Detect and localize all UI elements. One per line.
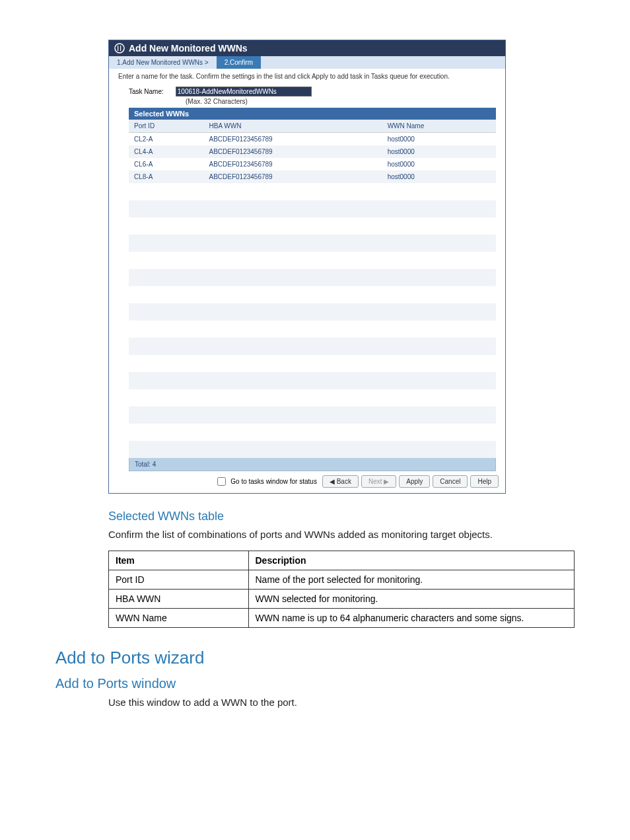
svg-rect-2 <box>120 46 121 51</box>
table-row <box>129 269 496 286</box>
go-to-tasks-label: Go to tasks window for status <box>230 478 317 485</box>
table-row <box>129 252 496 269</box>
table-row <box>129 355 496 372</box>
help-button[interactable]: Help <box>470 475 499 488</box>
task-name-hint: (Max. 32 Characters) <box>109 98 505 105</box>
table-row <box>129 200 496 217</box>
table-row <box>129 441 496 458</box>
table-row[interactable]: CL8-AABCDEF0123456789host0000 <box>129 171 496 183</box>
body-add-to-ports: Use this window to add a WWN to the port… <box>108 697 575 708</box>
table-row <box>129 389 496 406</box>
table-row[interactable]: CL2-AABCDEF0123456789host0000 <box>129 133 496 146</box>
svg-point-0 <box>115 44 124 53</box>
table-row <box>129 235 496 252</box>
table-row[interactable]: CL4-AABCDEF0123456789host0000 <box>129 145 496 158</box>
col-hba-wwn[interactable]: HBA WWN <box>203 120 382 133</box>
dialog-instructions: Enter a name for the task. Confirm the s… <box>109 69 505 84</box>
cancel-button[interactable]: Cancel <box>433 475 468 488</box>
dialog-button-bar: Go to tasks window for status ◀ Back Nex… <box>109 471 505 493</box>
table-row: Port IDName of the port selected for mon… <box>109 570 575 590</box>
table-row: WWN NameWWN name is up to 64 alphanumeri… <box>109 609 575 628</box>
task-name-label: Task Name: <box>129 88 164 95</box>
hp-logo-icon <box>114 43 125 54</box>
dialog-title-bar: Add New Monitored WWNs <box>109 40 505 56</box>
wizard-step-2[interactable]: 2.Confirm <box>217 56 261 69</box>
add-new-monitored-wwns-dialog: Add New Monitored WWNs 1.Add New Monitor… <box>108 40 506 494</box>
task-name-input[interactable] <box>176 87 312 96</box>
section-selected-wwns-table: Selected WWNs table <box>108 510 575 523</box>
table-row <box>129 406 496 424</box>
table-row <box>129 372 496 389</box>
selected-wwns-title: Selected WWNs <box>129 108 496 120</box>
table-row <box>129 303 496 321</box>
heading-add-to-ports-window: Add to Ports window <box>55 676 575 691</box>
description-table: Item Description Port IDName of the port… <box>108 551 575 628</box>
table-row <box>129 321 496 338</box>
heading-add-to-ports-wizard: Add to Ports wizard <box>55 648 575 668</box>
table-total: Total: 4 <box>129 458 496 471</box>
section-text: Confirm the list of combinations of port… <box>108 529 575 540</box>
go-to-tasks-checkbox[interactable] <box>217 477 226 486</box>
next-button: Next ▶ <box>361 475 396 488</box>
table-row <box>129 183 496 200</box>
col-port-id[interactable]: Port ID <box>129 120 203 133</box>
col-wwn-name[interactable]: WWN Name <box>382 120 496 133</box>
table-row <box>129 217 496 235</box>
table-row: HBA WWNWWN selected for monitoring. <box>109 590 575 609</box>
selected-wwns-table: Port ID HBA WWN WWN Name CL2-AABCDEF0123… <box>129 120 496 458</box>
table-row <box>129 286 496 303</box>
table-row <box>129 338 496 355</box>
col-item: Item <box>109 551 249 570</box>
table-row <box>129 424 496 441</box>
dialog-title: Add New Monitored WWNs <box>129 43 248 54</box>
wizard-steps: 1.Add New Monitored WWNs > 2.Confirm <box>109 56 505 69</box>
apply-button[interactable]: Apply <box>399 475 430 488</box>
svg-rect-1 <box>118 46 118 51</box>
back-button[interactable]: ◀ Back <box>322 475 359 488</box>
table-row[interactable]: CL6-AABCDEF0123456789host0000 <box>129 158 496 171</box>
col-description: Description <box>248 551 575 570</box>
wizard-step-1[interactable]: 1.Add New Monitored WWNs > <box>109 56 217 69</box>
